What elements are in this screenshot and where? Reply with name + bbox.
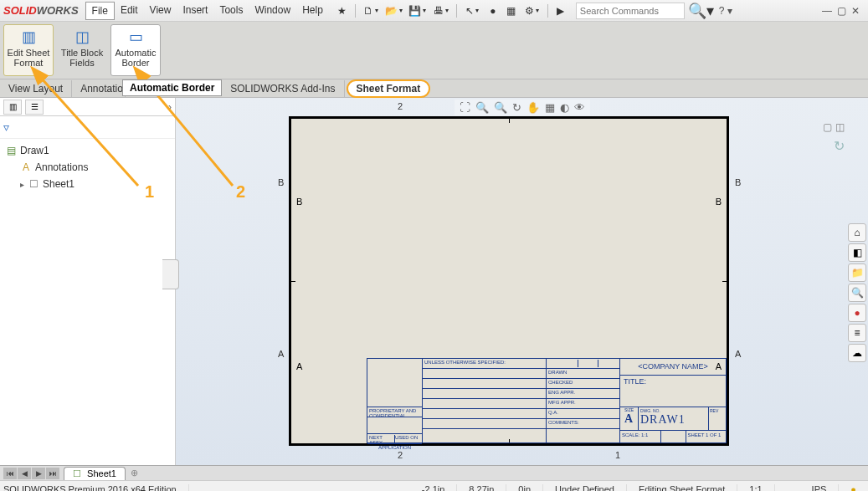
filter-icon[interactable]: ▿ bbox=[3, 120, 9, 134]
zoom-area-icon[interactable]: 🔍 bbox=[475, 101, 489, 114]
tb-proprietary: PROPRIETARY AND CONFIDENTIAL bbox=[367, 407, 422, 417]
separator bbox=[456, 4, 457, 18]
title-block[interactable]: PROPRIETARY AND CONFIDENTIAL NEXT ASSYUS… bbox=[367, 358, 727, 443]
open-button[interactable]: 📂 bbox=[383, 3, 405, 19]
select-button[interactable]: ↖ bbox=[461, 3, 483, 19]
library-icon[interactable]: 📁 bbox=[848, 263, 866, 282]
panel-tab-tree[interactable]: ▥ bbox=[3, 100, 22, 115]
title-block-label: Title Block Fields bbox=[58, 48, 106, 68]
tb-dwgno-val: DRAW1 bbox=[640, 413, 706, 427]
sheet-tab-1[interactable]: ☐ Sheet1 bbox=[64, 467, 126, 480]
sheet-icon: ☐ bbox=[28, 178, 39, 190]
close-button[interactable]: ✕ bbox=[851, 5, 860, 17]
tree-sheet-label: Sheet1 bbox=[43, 178, 74, 190]
tb-rev: REV bbox=[709, 407, 726, 430]
status-coin-icon[interactable]: ● bbox=[839, 484, 868, 492]
print-button[interactable]: 🖶 bbox=[430, 3, 452, 19]
status-z: 0in bbox=[506, 484, 543, 492]
new-button[interactable]: 🗋 bbox=[360, 3, 382, 19]
forum-icon[interactable]: ☁ bbox=[848, 344, 866, 362]
automatic-border-button[interactable]: ▭ Automatic Border bbox=[110, 24, 161, 76]
tree-root-label: Draw1 bbox=[20, 145, 49, 156]
tb-size-val: A bbox=[620, 412, 638, 426]
tree-root[interactable]: ▤ Draw1 bbox=[5, 142, 170, 159]
expand-icon[interactable]: ▸ bbox=[20, 180, 24, 189]
resources-icon[interactable]: ◧ bbox=[848, 243, 866, 262]
viewport-box-icon[interactable]: ▢ bbox=[823, 121, 832, 133]
drawing-canvas[interactable]: ⛶ 🔍 🔍 ↻ ✋ ▦ ◐ 👁 2 B B A A 2 1 B B A A bbox=[176, 98, 868, 465]
edit-sheet-format-button[interactable]: ▥ Edit Sheet Format bbox=[3, 24, 54, 76]
appearance-button[interactable]: ▶ bbox=[552, 3, 569, 19]
tab-view-layout[interactable]: View Layout bbox=[0, 80, 72, 97]
zone-right-b: B bbox=[735, 177, 741, 187]
viewport-split-icon[interactable]: ◫ bbox=[835, 121, 845, 133]
tooltip-automatic-border: Automatic Border bbox=[122, 79, 222, 96]
menu-insert[interactable]: Insert bbox=[177, 2, 213, 20]
menu-window[interactable]: Window bbox=[249, 2, 296, 20]
tab-addins[interactable]: SOLIDWORKS Add-Ins bbox=[222, 80, 344, 97]
tb-comments: COMMENTS: bbox=[547, 419, 619, 429]
tab-annotation[interactable]: Annotation bbox=[72, 80, 126, 97]
options-button[interactable]: ▦ bbox=[503, 3, 520, 19]
rebuild-button[interactable]: ● bbox=[485, 3, 501, 19]
sheet-nav-last[interactable]: ⏭ bbox=[46, 468, 59, 479]
status-scale[interactable]: 1:1 bbox=[737, 484, 774, 492]
main-area: ▥ ☰ › ▿ ▤ Draw1 A Annotations ▸ ☐ Sheet1 bbox=[0, 98, 868, 465]
zoom-fit-icon[interactable]: ⛶ bbox=[460, 101, 470, 114]
drawing-icon: ▤ bbox=[5, 145, 17, 156]
menu-view[interactable]: View bbox=[144, 2, 177, 20]
sheet-nav-first[interactable]: ⏮ bbox=[3, 468, 17, 479]
tree-annotations[interactable]: A Annotations bbox=[5, 159, 170, 176]
home-icon[interactable]: ⌂ bbox=[848, 223, 866, 242]
zone-right-a: A bbox=[735, 349, 741, 359]
help-icon[interactable]: ? ▾ bbox=[719, 5, 732, 17]
zoom-prev-icon[interactable]: 🔍 bbox=[494, 101, 507, 114]
ribbon: ▥ Edit Sheet Format ◫ Title Block Fields… bbox=[0, 22, 868, 79]
logo-solid: SOLID bbox=[3, 4, 37, 17]
panel-flyout-handle[interactable] bbox=[162, 259, 179, 289]
title-block-fields-button[interactable]: ◫ Title Block Fields bbox=[57, 24, 107, 76]
properties-icon[interactable]: ≡ bbox=[848, 324, 866, 342]
panel-tabs: ▥ ☰ › bbox=[0, 98, 175, 116]
menu-tools[interactable]: Tools bbox=[213, 2, 249, 20]
maximize-button[interactable]: ▢ bbox=[837, 5, 846, 17]
add-sheet-icon[interactable]: ⊕ bbox=[131, 468, 138, 478]
sheet-nav-prev[interactable]: ◀ bbox=[18, 468, 31, 479]
explorer-icon[interactable]: 🔍 bbox=[848, 284, 866, 302]
tb-mfg: MFG APPR. bbox=[547, 399, 619, 409]
auto-border-icon: ▭ bbox=[126, 28, 146, 45]
tb-checked: CHECKED bbox=[547, 379, 619, 389]
save-button[interactable]: 💾 bbox=[407, 3, 429, 19]
status-bar: SOLIDWORKS Premium 2016 x64 Edition -2.1… bbox=[0, 480, 868, 491]
auto-border-label: Automatic Border bbox=[111, 48, 160, 68]
section-icon[interactable]: ▦ bbox=[545, 101, 555, 114]
panel-tab-prop[interactable]: ☰ bbox=[25, 100, 44, 115]
appearances-icon[interactable]: ● bbox=[848, 304, 866, 322]
sheet-nav-next[interactable]: ▶ bbox=[32, 468, 45, 479]
pin-icon[interactable]: ★ bbox=[334, 3, 351, 19]
status-mode: Editing Sheet Format bbox=[627, 484, 737, 492]
drawing-sheet[interactable]: B B A A PROPRIETARY AND CONFIDENTIAL NEX… bbox=[289, 116, 729, 446]
status-units[interactable]: IPS bbox=[800, 484, 840, 492]
menu-edit[interactable]: Edit bbox=[115, 2, 144, 20]
search-box[interactable] bbox=[576, 3, 685, 19]
menu-file[interactable]: File bbox=[85, 2, 115, 20]
hide-icon[interactable]: 👁 bbox=[574, 101, 585, 114]
panel-expand-icon[interactable]: › bbox=[168, 101, 172, 113]
search-input[interactable] bbox=[580, 6, 681, 16]
quick-access-toolbar: ★ 🗋 📂 💾 🖶 ↖ ● ▦ ⚙ ▶ bbox=[334, 3, 569, 19]
zone-left-a: A bbox=[278, 349, 284, 359]
sheet-zone-b-left: B bbox=[296, 197, 302, 207]
status-y: 8.27in bbox=[457, 484, 506, 492]
pan-icon[interactable]: ✋ bbox=[526, 101, 540, 114]
task-pane-tabs: ⌂ ◧ 📁 🔍 ● ≡ ☁ bbox=[848, 223, 866, 362]
tb-title: TITLE: bbox=[620, 376, 726, 407]
settings-button[interactable]: ⚙ bbox=[521, 3, 543, 19]
display-icon[interactable]: ◐ bbox=[560, 101, 569, 114]
menu-help[interactable]: Help bbox=[296, 2, 329, 20]
minimize-button[interactable]: — bbox=[822, 5, 832, 17]
search-icon[interactable]: 🔍▾ bbox=[688, 2, 714, 20]
triad-icon[interactable]: ↻ bbox=[834, 139, 845, 153]
tab-sheet-format[interactable]: Sheet Format bbox=[347, 79, 431, 98]
rotate-icon[interactable]: ↻ bbox=[512, 101, 521, 114]
